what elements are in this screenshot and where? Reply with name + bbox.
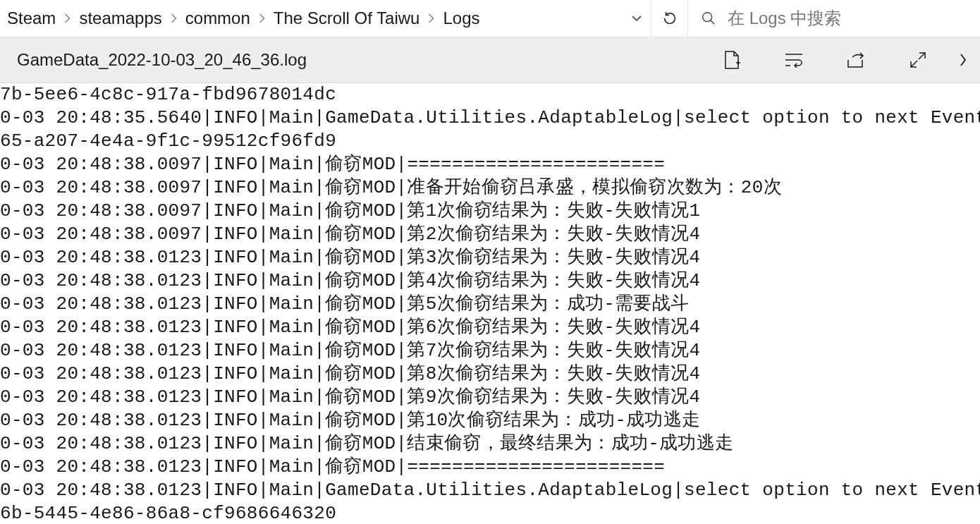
log-line: 65-a207-4e4a-9f1c-99512cf96fd9 bbox=[0, 130, 980, 153]
log-line: 0-03 20:48:38.0123|INFO|Main|偷窃MOD|第6次偷窃… bbox=[0, 316, 980, 339]
log-line: 0-03 20:48:38.0123|INFO|Main|GameData.Ut… bbox=[0, 479, 980, 502]
svg-line-7 bbox=[911, 61, 917, 67]
svg-line-1 bbox=[711, 20, 715, 25]
refresh-icon bbox=[662, 11, 678, 26]
new-file-button[interactable] bbox=[701, 37, 763, 83]
breadcrumb-item-steamapps[interactable]: steamapps bbox=[78, 8, 163, 28]
log-line: 7b-5ee6-4c8c-917a-fbd9678014dc bbox=[0, 83, 980, 106]
search-input[interactable] bbox=[728, 8, 967, 28]
log-line: 0-03 20:48:38.0123|INFO|Main|偷窃MOD|第10次偷… bbox=[0, 409, 980, 432]
address-bar: Steam steamapps common The Scroll Of Tai… bbox=[0, 0, 980, 37]
expand-icon bbox=[909, 51, 926, 68]
breadcrumb: Steam steamapps common The Scroll Of Tai… bbox=[0, 8, 622, 28]
chevron-right-icon bbox=[428, 13, 434, 23]
fullscreen-button[interactable] bbox=[887, 37, 949, 83]
log-line: 0-03 20:48:38.0123|INFO|Main|偷窃MOD|第8次偷窃… bbox=[0, 362, 980, 386]
breadcrumb-item-steam[interactable]: Steam bbox=[6, 8, 57, 28]
chevron-right-icon bbox=[259, 13, 265, 23]
log-line: 0-03 20:48:38.0123|INFO|Main|偷窃MOD|第9次偷窃… bbox=[0, 386, 980, 409]
breadcrumb-history-dropdown[interactable] bbox=[622, 0, 651, 37]
chevron-right-icon bbox=[171, 13, 177, 23]
log-line: 0-03 20:48:38.0123|INFO|Main|偷窃MOD|结束偷窃，… bbox=[0, 432, 980, 456]
log-line: 0-03 20:48:38.0123|INFO|Main|偷窃MOD|第3次偷窃… bbox=[0, 246, 980, 269]
log-line: 6b-5445-4e86-86a8-cf9686646320 bbox=[0, 502, 980, 524]
log-line: 0-03 20:48:38.0123|INFO|Main|偷窃MOD|=====… bbox=[0, 456, 980, 479]
more-button[interactable] bbox=[949, 37, 977, 83]
log-line: 0-03 20:48:38.0123|INFO|Main|偷窃MOD|第7次偷窃… bbox=[0, 339, 980, 362]
log-line: 0-03 20:48:38.0097|INFO|Main|偷窃MOD|=====… bbox=[0, 153, 980, 176]
search-box[interactable] bbox=[688, 0, 980, 37]
log-line: 0-03 20:48:38.0123|INFO|Main|偷窃MOD|第4次偷窃… bbox=[0, 269, 980, 293]
word-wrap-button[interactable] bbox=[763, 37, 825, 83]
current-file-tab[interactable]: GameData_2022-10-03_20_46_36.log bbox=[17, 50, 701, 70]
file-plus-icon bbox=[723, 50, 740, 70]
breadcrumb-item-common[interactable]: common bbox=[184, 8, 252, 28]
breadcrumb-item-scroll-of-taiwu[interactable]: The Scroll Of Taiwu bbox=[272, 8, 422, 28]
chevron-down-icon bbox=[632, 16, 642, 22]
refresh-button[interactable] bbox=[651, 0, 688, 37]
log-line: 0-03 20:48:38.0097|INFO|Main|偷窃MOD|准备开始偷… bbox=[0, 176, 980, 200]
log-line: 0-03 20:48:38.0097|INFO|Main|偷窃MOD|第1次偷窃… bbox=[0, 200, 980, 223]
svg-point-0 bbox=[703, 13, 712, 22]
share-button[interactable] bbox=[825, 37, 887, 83]
word-wrap-icon bbox=[785, 52, 803, 68]
log-line: 0-03 20:48:35.5640|INFO|Main|GameData.Ut… bbox=[0, 106, 980, 130]
breadcrumb-item-logs[interactable]: Logs bbox=[441, 8, 481, 28]
log-content[interactable]: 7b-5ee6-4c8c-917a-fbd9678014dc0-03 20:48… bbox=[0, 83, 980, 524]
chevron-right-icon bbox=[64, 13, 71, 23]
log-line: 0-03 20:48:38.0123|INFO|Main|偷窃MOD|第5次偷窃… bbox=[0, 293, 980, 316]
log-line: 0-03 20:48:38.0097|INFO|Main|偷窃MOD|第2次偷窃… bbox=[0, 223, 980, 246]
search-icon bbox=[701, 11, 716, 26]
share-icon bbox=[847, 51, 865, 68]
svg-line-6 bbox=[919, 53, 925, 59]
tab-actions bbox=[701, 37, 980, 83]
chevron-right-icon bbox=[959, 51, 967, 68]
tab-bar: GameData_2022-10-03_20_46_36.log bbox=[0, 37, 980, 83]
